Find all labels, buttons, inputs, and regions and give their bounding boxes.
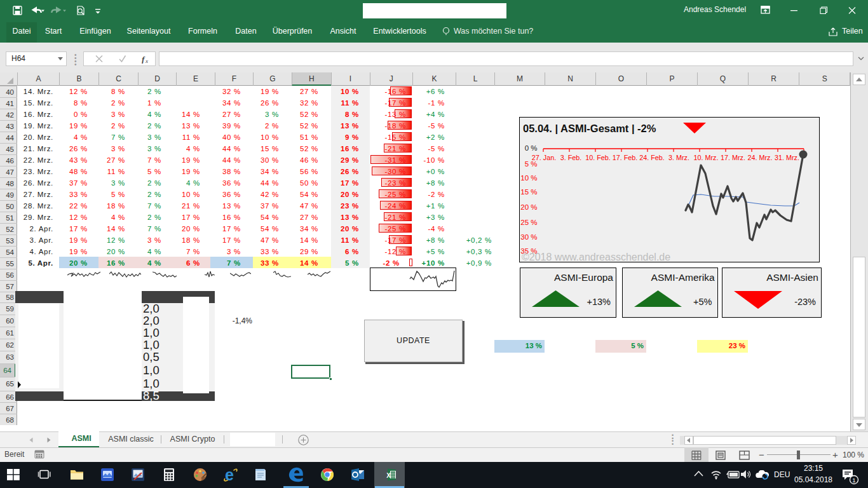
svg-text:1: 1	[852, 477, 855, 484]
svg-text:X: X	[386, 472, 391, 479]
svg-text:x: x	[145, 58, 148, 64]
svg-text:e: e	[225, 467, 234, 482]
